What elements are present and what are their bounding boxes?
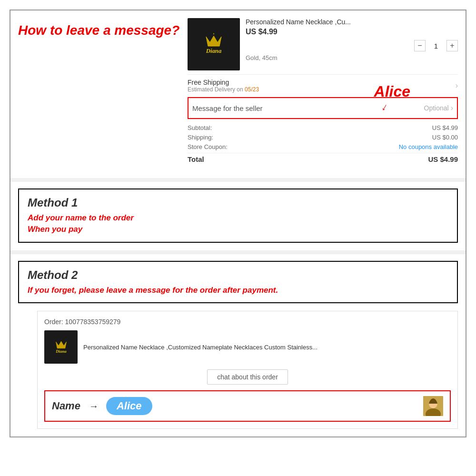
quantity-value: 1 — [431, 42, 441, 50]
section-divider — [10, 178, 466, 182]
chat-button[interactable]: chat about this order — [207, 369, 288, 385]
quantity-row: − 1 + — [246, 40, 458, 51]
shipping-price-label: Shipping: — [188, 134, 213, 141]
method1-box: Method 1 Add your name to the orderWhen … — [18, 188, 458, 243]
order-id-row: Order: 100778353759279 — [44, 318, 451, 326]
total-value: US $4.99 — [428, 155, 458, 163]
delivery-text: Estimated Delivery on 05/23 — [188, 86, 259, 93]
message-right: Optional › — [424, 104, 453, 112]
total-label: Total — [188, 155, 204, 163]
person-avatar — [423, 396, 443, 416]
name-arrow-icon: → — [89, 401, 99, 412]
coupon-link[interactable]: No coupons available — [399, 143, 458, 150]
quantity-increase-button[interactable]: + — [446, 40, 458, 51]
page-title: How to leave a message? — [18, 18, 180, 38]
price-summary: Subtotal: US $4.99 Shipping: US $0.00 St… — [188, 119, 458, 170]
chat-message-row: Name → Alice — [44, 390, 451, 422]
chat-button-row: chat about this order — [44, 369, 451, 385]
order-id-value: 100778353759279 — [65, 318, 121, 326]
method2-box: Method 2 If you forget, please leave a m… — [18, 261, 458, 304]
top-section: How to leave a message? Diana — [18, 18, 458, 170]
quantity-decrease-button[interactable]: − — [414, 40, 426, 51]
main-container: How to leave a message? Diana — [10, 10, 466, 437]
method2-title: Method 2 — [28, 268, 448, 282]
order-product-row: Diana Personalized Name Necklace ,Custom… — [44, 330, 451, 364]
coupon-label: Store Coupon: — [188, 143, 228, 150]
alice-bubble: Alice — [106, 397, 152, 415]
order-product-name: Personalized Name Necklace ,Customized N… — [83, 344, 451, 351]
method1-title: Method 1 — [28, 196, 448, 209]
name-label: Name — [52, 400, 80, 412]
message-overlay: Alice ↓ Message for the seller Optional … — [188, 97, 458, 119]
shipping-price-row: Shipping: US $0.00 — [188, 134, 458, 141]
message-for-seller-row[interactable]: Message for the seller Optional › — [188, 97, 458, 119]
product-info: Personalized Name Necklace ,Cu... US $4.… — [246, 18, 458, 64]
message-chevron-icon: › — [451, 104, 453, 112]
shipping-price-value: US $0.00 — [432, 134, 458, 141]
product-name: Personalized Name Necklace ,Cu... — [246, 18, 458, 26]
name-section: Name → Alice — [52, 397, 152, 415]
method2-desc: If you forget, please leave a message fo… — [28, 285, 448, 296]
product-panel: Diana Personalized Name Necklace ,Cu... … — [188, 18, 458, 170]
shipping-chevron-icon[interactable]: › — [456, 81, 458, 90]
order-product-image: Diana — [44, 330, 78, 364]
product-image: Diana — [188, 18, 240, 70]
product-price: US $4.99 — [246, 28, 458, 36]
shipping-row: Free Shipping Estimated Delivery on 05/2… — [188, 74, 458, 97]
shipping-label: Free Shipping — [188, 79, 259, 86]
method1-desc: Add your name to the orderWhen you pay — [28, 212, 448, 235]
delivery-date: 05/23 — [245, 86, 259, 93]
message-label: Message for the seller — [192, 104, 263, 112]
svg-text:Diana: Diana — [55, 349, 67, 354]
total-row: Total US $4.99 — [188, 155, 458, 163]
section-divider-2 — [10, 250, 466, 254]
subtotal-value: US $4.99 — [432, 124, 458, 131]
svg-text:Diana: Diana — [206, 48, 222, 54]
subtotal-row: Subtotal: US $4.99 — [188, 124, 458, 131]
order-id-label: Order: — [44, 318, 63, 326]
coupon-row: Store Coupon: No coupons available — [188, 143, 458, 150]
optional-label: Optional — [424, 104, 449, 112]
subtotal-label: Subtotal: — [188, 124, 212, 131]
shipping-info: Free Shipping Estimated Delivery on 05/2… — [188, 79, 259, 93]
order-section: Order: 100778353759279 Diana Personalize… — [37, 311, 458, 429]
svg-marker-0 — [206, 36, 221, 46]
product-variant: Gold, 45cm — [246, 54, 458, 61]
svg-marker-3 — [56, 341, 66, 348]
product-row: Diana Personalized Name Necklace ,Cu... … — [188, 18, 458, 70]
